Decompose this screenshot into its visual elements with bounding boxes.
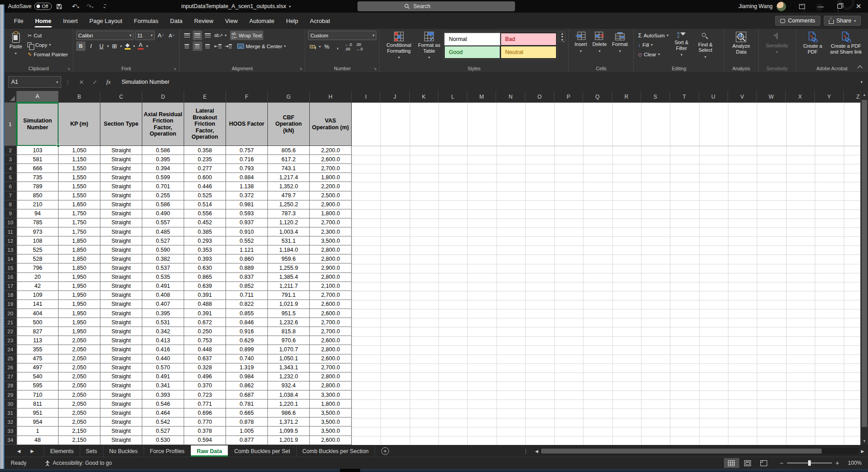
menu-tab-insert[interactable]: Insert [57, 13, 84, 29]
cell-D5[interactable]: 0.599 [142, 173, 184, 182]
cell-E9[interactable]: 0.556 [184, 209, 226, 218]
cell-D14[interactable]: 0.382 [142, 254, 184, 263]
cell-F19[interactable]: 0.822 [226, 300, 268, 309]
cell-H32[interactable]: 3,500.0 [310, 418, 352, 427]
row-header-23[interactable]: 23 [5, 336, 17, 345]
cell-G16[interactable]: 1,385.4 [268, 273, 310, 282]
cell-A32[interactable]: 954 [17, 418, 59, 427]
cell-H12[interactable]: 3,500.0 [310, 236, 352, 245]
cell-E32[interactable]: 0.770 [184, 418, 226, 427]
analyze-data-button[interactable]: Analyze Data [727, 31, 755, 55]
cell-G22[interactable]: 815.8 [268, 327, 310, 336]
cell-E13[interactable]: 0.353 [184, 245, 226, 254]
row-header-18[interactable]: 18 [5, 291, 17, 300]
confirm-entry-icon[interactable]: ✓ [88, 79, 102, 86]
normal-view-icon[interactable] [724, 458, 739, 468]
cell-E21[interactable]: 0.672 [184, 318, 226, 327]
cell-H18[interactable]: 2,700.0 [310, 291, 352, 300]
cell-B30[interactable]: 2,050 [59, 399, 100, 408]
cell-H5[interactable]: 1,800.0 [310, 173, 352, 182]
cell-B2[interactable]: 1,050 [59, 146, 100, 155]
row-header-8[interactable]: 8 [5, 200, 17, 209]
cell-C8[interactable]: Straight [100, 200, 142, 209]
autosum-button[interactable]: Σ AutoSum ▾ [637, 31, 669, 40]
cell-F34[interactable]: 0.877 [226, 436, 268, 445]
cell-E11[interactable]: 0.385 [184, 227, 226, 236]
horizontal-scrollbar[interactable]: ◀ ▶ [533, 448, 866, 454]
cell-E22[interactable]: 0.250 [184, 327, 226, 336]
cell-E14[interactable]: 0.393 [184, 254, 226, 263]
column-header-V[interactable]: V [728, 91, 757, 103]
cell-A6[interactable]: 789 [17, 182, 59, 191]
comments-button[interactable]: Comments [775, 16, 820, 26]
underline-button[interactable]: U [97, 41, 106, 51]
number-format-select[interactable]: Custom▾ [308, 31, 376, 40]
row-header-2[interactable]: 2 [5, 146, 17, 155]
cell-C33[interactable]: Straight [100, 427, 142, 436]
copy-button[interactable]: Copy ▾ [26, 40, 69, 50]
cell-B22[interactable]: 1,950 [59, 327, 100, 336]
font-dialog-launcher-icon[interactable]: ↘ [173, 67, 176, 71]
cell-F33[interactable]: 1.005 [226, 427, 268, 436]
cut-button[interactable]: ✂ Cut [26, 31, 69, 40]
cell-G10[interactable]: 1,120.2 [268, 218, 310, 227]
cell-D19[interactable]: 0.407 [142, 300, 184, 309]
cell-C13[interactable]: Straight [100, 245, 142, 254]
undo-button[interactable]: ↶▾ [71, 3, 81, 10]
cell-D17[interactable]: 0.491 [142, 282, 184, 291]
format-as-table-button[interactable]: Format as Table ▾ [415, 31, 443, 62]
row-header-27[interactable]: 27 [5, 372, 17, 381]
cell-D28[interactable]: 0.341 [142, 381, 184, 390]
cell-G28[interactable]: 932.4 [268, 381, 310, 390]
cell-A34[interactable]: 48 [17, 436, 59, 445]
column-header-J[interactable]: J [380, 91, 409, 103]
cell-H16[interactable]: 2,800.0 [310, 273, 352, 282]
select-all-corner[interactable] [5, 91, 17, 103]
cell-E30[interactable]: 0.771 [184, 399, 226, 408]
cell-H15[interactable]: 2,900.0 [310, 263, 352, 272]
cell-G23[interactable]: 970.6 [268, 336, 310, 345]
comma-style-icon[interactable]: , [333, 42, 342, 51]
row-header-9[interactable]: 9 [5, 209, 17, 218]
cell-F27[interactable]: 0.984 [226, 372, 268, 381]
column-header-L[interactable]: L [439, 91, 467, 103]
cell-D23[interactable]: 0.413 [142, 336, 184, 345]
cell-A11[interactable]: 973 [17, 227, 59, 236]
column-header-H[interactable]: H [310, 91, 352, 103]
document-title[interactable]: inputDataTemplate_A_scen1_outputs.xlsx ▾ [181, 3, 291, 9]
cell-A12[interactable]: 108 [17, 236, 59, 245]
page-break-preview-icon[interactable] [756, 458, 772, 468]
cell-F22[interactable]: 0.916 [226, 327, 268, 336]
cell-D27[interactable]: 0.491 [142, 372, 184, 381]
cell-B13[interactable]: 1,850 [59, 245, 100, 254]
page-layout-view-icon[interactable] [740, 458, 755, 468]
cell-E23[interactable]: 0.753 [184, 336, 226, 345]
cell-D11[interactable]: 0.485 [142, 227, 184, 236]
cell-H30[interactable]: 1,800.0 [310, 399, 352, 408]
menu-tab-acrobat[interactable]: Acrobat [304, 13, 336, 29]
cell-E18[interactable]: 0.391 [184, 291, 226, 300]
cell-D34[interactable]: 0.530 [142, 436, 184, 445]
cell-B16[interactable]: 1,950 [59, 273, 100, 282]
cell-G24[interactable]: 1,070.7 [268, 345, 310, 354]
cell-F12[interactable]: 0.552 [226, 236, 268, 245]
cell-E34[interactable]: 0.594 [184, 436, 226, 445]
cell-H3[interactable]: 2,600.0 [310, 155, 352, 164]
sheet-tab-raw-data[interactable]: Raw Data [191, 445, 228, 457]
cell-H27[interactable]: 2,800.0 [310, 372, 352, 381]
zoom-out-icon[interactable]: − [780, 459, 783, 467]
cell-E26[interactable]: 0.328 [184, 363, 226, 372]
cell-B14[interactable]: 1,850 [59, 254, 100, 263]
column-header-E[interactable]: E [184, 91, 226, 103]
cell-D10[interactable]: 0.557 [142, 218, 184, 227]
column-header-K[interactable]: K [410, 91, 439, 103]
cell-G34[interactable]: 1,201.9 [268, 436, 310, 445]
cell-D13[interactable]: 0.590 [142, 245, 184, 254]
increase-indent-icon[interactable]: ⇥ [224, 41, 233, 51]
cell-G11[interactable]: 1,003.4 [268, 227, 310, 236]
cell-B26[interactable]: 2,050 [59, 363, 100, 372]
cell-F23[interactable]: 0.629 [226, 336, 268, 345]
cell-F18[interactable]: 0.711 [226, 291, 268, 300]
cell-F2[interactable]: 0.757 [226, 146, 268, 155]
cell-F24[interactable]: 0.899 [226, 345, 268, 354]
